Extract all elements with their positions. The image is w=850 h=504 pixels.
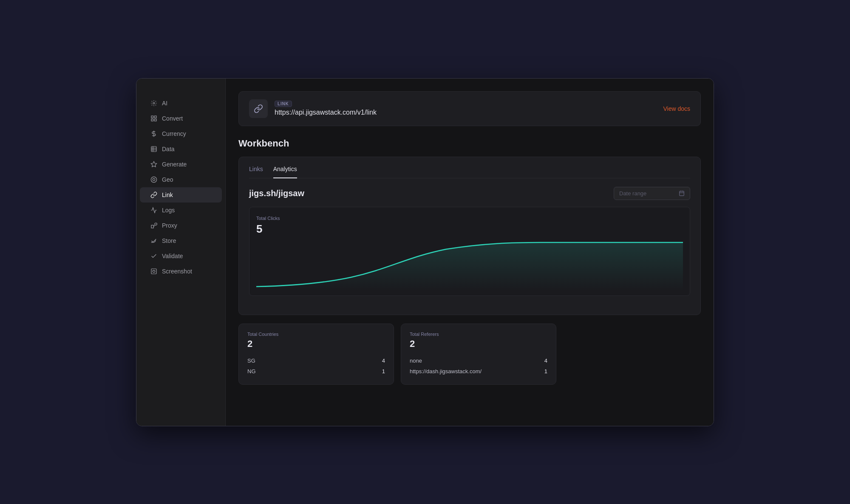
svg-point-16 bbox=[153, 270, 155, 272]
proxy-icon bbox=[150, 222, 158, 229]
total-clicks-value: 5 bbox=[256, 222, 683, 236]
sidebar-label-logs: Logs bbox=[162, 207, 175, 214]
referers-label: Total Referers bbox=[410, 332, 547, 337]
date-range-placeholder: Date range bbox=[619, 190, 646, 197]
sidebar-item-link[interactable]: Link bbox=[140, 187, 222, 203]
countries-table: SG4NG1 bbox=[247, 355, 385, 377]
svg-rect-1 bbox=[151, 116, 153, 118]
table-row: none4 bbox=[410, 355, 547, 366]
workbench-panel: Links Analytics jigs.sh/jigsaw Date rang… bbox=[238, 157, 701, 315]
countries-label: Total Countries bbox=[247, 332, 385, 337]
ai-icon bbox=[150, 99, 158, 107]
sidebar-item-ai[interactable]: AI bbox=[140, 96, 222, 111]
spacer bbox=[563, 324, 701, 385]
table-row: NG1 bbox=[247, 366, 385, 377]
svg-rect-13 bbox=[151, 225, 153, 228]
api-url: https://api.jigsawstack.com/v1/link bbox=[275, 109, 377, 116]
countries-card: Total Countries 2 SG4NG1 bbox=[238, 324, 394, 385]
svg-point-12 bbox=[153, 178, 155, 180]
analytics-header: jigs.sh/jigsaw Date range bbox=[249, 187, 690, 200]
sidebar-item-currency[interactable]: Currency bbox=[140, 126, 222, 141]
svg-rect-4 bbox=[154, 119, 156, 121]
svg-rect-3 bbox=[151, 119, 153, 121]
svg-rect-2 bbox=[154, 116, 156, 118]
sidebar-label-currency: Currency bbox=[162, 130, 186, 137]
analytics-section: jigs.sh/jigsaw Date range Total Clicks bbox=[249, 187, 690, 296]
geo-icon bbox=[150, 176, 158, 183]
svg-rect-15 bbox=[151, 269, 156, 274]
app-window: AI Convert Currency Data Generate Geo Li… bbox=[136, 78, 714, 426]
sidebar-label-data: Data bbox=[162, 146, 175, 152]
sidebar-item-proxy[interactable]: Proxy bbox=[140, 218, 222, 233]
link-icon bbox=[150, 191, 158, 199]
svg-point-14 bbox=[155, 223, 157, 225]
referers-table: none4https://dash.jigsawstack.com/1 bbox=[410, 355, 547, 377]
svg-point-0 bbox=[153, 102, 155, 104]
sidebar-label-link: Link bbox=[162, 191, 173, 198]
sidebar-item-validate[interactable]: Validate bbox=[140, 248, 222, 264]
workbench-title: Workbench bbox=[238, 138, 701, 149]
sidebar-label-store: Store bbox=[162, 237, 176, 244]
chart-svg bbox=[256, 240, 683, 291]
svg-point-11 bbox=[151, 177, 156, 182]
sidebar-item-geo[interactable]: Geo bbox=[140, 172, 222, 187]
data-icon bbox=[150, 145, 158, 153]
stats-row: Total Countries 2 SG4NG1 Total Referers … bbox=[238, 324, 701, 385]
sidebar-label-geo: Geo bbox=[162, 176, 173, 183]
sidebar-item-logs[interactable]: Logs bbox=[140, 203, 222, 218]
chart-container: Total Clicks 5 bbox=[249, 207, 690, 296]
sidebar-label-ai: AI bbox=[162, 100, 167, 107]
sidebar-item-data[interactable]: Data bbox=[140, 141, 222, 157]
screenshot-icon bbox=[150, 267, 158, 275]
date-range-input[interactable]: Date range bbox=[614, 187, 690, 200]
countries-value: 2 bbox=[247, 338, 385, 349]
view-docs-button[interactable]: View docs bbox=[663, 105, 690, 112]
tab-analytics[interactable]: Analytics bbox=[273, 166, 297, 178]
sidebar-label-screenshot: Screenshot bbox=[162, 268, 192, 275]
sidebar-label-generate: Generate bbox=[162, 161, 187, 168]
referers-value: 2 bbox=[410, 338, 547, 349]
validate-icon bbox=[150, 252, 158, 260]
convert-icon bbox=[150, 115, 158, 122]
sidebar-item-generate[interactable]: Generate bbox=[140, 157, 222, 172]
tabs: Links Analytics bbox=[249, 166, 690, 178]
sidebar: AI Convert Currency Data Generate Geo Li… bbox=[136, 79, 226, 426]
table-row: SG4 bbox=[247, 355, 385, 366]
store-icon bbox=[150, 237, 158, 245]
generate-icon bbox=[150, 160, 158, 168]
sidebar-item-screenshot[interactable]: Screenshot bbox=[140, 264, 222, 279]
table-row: https://dash.jigsawstack.com/1 bbox=[410, 366, 547, 377]
api-badge: LINK bbox=[275, 101, 292, 107]
sidebar-item-store[interactable]: Store bbox=[140, 233, 222, 248]
svg-rect-6 bbox=[151, 146, 156, 152]
api-icon-box bbox=[249, 99, 268, 118]
sidebar-item-convert[interactable]: Convert bbox=[140, 111, 222, 126]
main-content: LINK https://api.jigsawstack.com/v1/link… bbox=[226, 79, 714, 426]
analytics-page-title: jigs.sh/jigsaw bbox=[249, 189, 304, 198]
api-label-group: LINK https://api.jigsawstack.com/v1/link bbox=[275, 101, 377, 116]
total-clicks-label: Total Clicks bbox=[256, 216, 683, 221]
api-header-card: LINK https://api.jigsawstack.com/v1/link… bbox=[238, 91, 701, 126]
svg-rect-17 bbox=[680, 191, 684, 196]
referers-card: Total Referers 2 none4https://dash.jigsa… bbox=[401, 324, 556, 385]
tab-links[interactable]: Links bbox=[249, 166, 263, 178]
sidebar-label-validate: Validate bbox=[162, 253, 183, 259]
currency-icon bbox=[150, 130, 158, 138]
sidebar-label-convert: Convert bbox=[162, 115, 183, 122]
svg-marker-10 bbox=[151, 161, 156, 167]
sidebar-label-proxy: Proxy bbox=[162, 222, 177, 229]
logs-icon bbox=[150, 206, 158, 214]
